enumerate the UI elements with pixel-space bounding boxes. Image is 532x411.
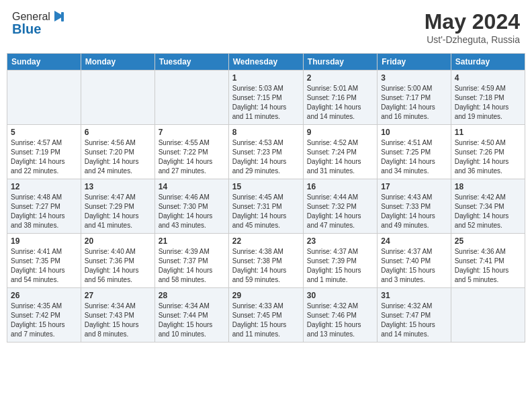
day-number: 7 — [159, 128, 225, 137]
day-content: Sunrise: 4:37 AM Sunset: 7:39 PM Dayligh… — [307, 247, 373, 285]
calendar-cell — [154, 71, 228, 125]
day-number: 4 — [455, 73, 521, 83]
calendar-cell: 22Sunrise: 4:38 AM Sunset: 7:38 PM Dayli… — [228, 234, 303, 288]
calendar-cell: 4Sunrise: 4:59 AM Sunset: 7:18 PM Daylig… — [451, 71, 525, 125]
col-header-wednesday: Wednesday — [228, 54, 303, 71]
calendar-cell: 11Sunrise: 4:50 AM Sunset: 7:26 PM Dayli… — [451, 125, 525, 179]
day-content: Sunrise: 4:51 AM Sunset: 7:25 PM Dayligh… — [381, 138, 447, 176]
calendar-cell: 13Sunrise: 4:47 AM Sunset: 7:29 PM Dayli… — [81, 179, 154, 234]
calendar-week-row: 19Sunrise: 4:41 AM Sunset: 7:35 PM Dayli… — [7, 234, 525, 288]
calendar-cell: 20Sunrise: 4:40 AM Sunset: 7:36 PM Dayli… — [81, 234, 154, 288]
calendar-cell: 9Sunrise: 4:52 AM Sunset: 7:24 PM Daylig… — [303, 125, 377, 179]
calendar-cell: 8Sunrise: 4:53 AM Sunset: 7:23 PM Daylig… — [228, 125, 303, 179]
day-content: Sunrise: 5:01 AM Sunset: 7:16 PM Dayligh… — [307, 84, 373, 122]
day-content: Sunrise: 4:50 AM Sunset: 7:26 PM Dayligh… — [455, 138, 521, 176]
day-content: Sunrise: 4:45 AM Sunset: 7:31 PM Dayligh… — [232, 193, 300, 230]
day-number: 22 — [232, 236, 300, 246]
day-content: Sunrise: 4:32 AM Sunset: 7:47 PM Dayligh… — [381, 302, 447, 339]
calendar-table: SundayMondayTuesdayWednesdayThursdayFrid… — [7, 53, 525, 342]
calendar-cell: 29Sunrise: 4:33 AM Sunset: 7:45 PM Dayli… — [228, 288, 303, 342]
day-content: Sunrise: 4:38 AM Sunset: 7:38 PM Dayligh… — [232, 247, 300, 285]
calendar-cell: 28Sunrise: 4:34 AM Sunset: 7:44 PM Dayli… — [154, 288, 228, 342]
day-number: 13 — [85, 182, 151, 191]
day-number: 10 — [381, 128, 447, 137]
col-header-thursday: Thursday — [303, 54, 377, 71]
day-number: 11 — [455, 128, 521, 137]
day-content: Sunrise: 4:34 AM Sunset: 7:44 PM Dayligh… — [159, 302, 225, 339]
col-header-sunday: Sunday — [7, 54, 81, 71]
calendar-cell: 25Sunrise: 4:36 AM Sunset: 7:41 PM Dayli… — [451, 234, 525, 288]
day-content: Sunrise: 4:32 AM Sunset: 7:46 PM Dayligh… — [307, 302, 373, 339]
calendar-cell: 14Sunrise: 4:46 AM Sunset: 7:30 PM Dayli… — [154, 179, 228, 234]
day-number: 6 — [85, 128, 151, 137]
col-header-monday: Monday — [81, 54, 154, 71]
calendar-cell: 12Sunrise: 4:48 AM Sunset: 7:27 PM Dayli… — [7, 179, 81, 234]
day-number: 29 — [232, 291, 300, 300]
calendar-cell: 6Sunrise: 4:56 AM Sunset: 7:20 PM Daylig… — [81, 125, 154, 179]
calendar-cell: 24Sunrise: 4:37 AM Sunset: 7:40 PM Dayli… — [378, 234, 451, 288]
calendar-cell: 15Sunrise: 4:45 AM Sunset: 7:31 PM Dayli… — [228, 179, 303, 234]
day-number: 12 — [11, 182, 77, 191]
calendar-cell: 19Sunrise: 4:41 AM Sunset: 7:35 PM Dayli… — [7, 234, 81, 288]
calendar-cell: 18Sunrise: 4:42 AM Sunset: 7:34 PM Dayli… — [451, 179, 525, 234]
calendar-cell: 30Sunrise: 4:32 AM Sunset: 7:46 PM Dayli… — [303, 288, 377, 342]
day-number: 1 — [232, 73, 300, 83]
calendar-header-row: SundayMondayTuesdayWednesdayThursdayFrid… — [7, 54, 525, 71]
day-content: Sunrise: 4:41 AM Sunset: 7:35 PM Dayligh… — [11, 247, 77, 285]
calendar-week-row: 26Sunrise: 4:35 AM Sunset: 7:42 PM Dayli… — [7, 288, 525, 342]
calendar-cell: 17Sunrise: 4:43 AM Sunset: 7:33 PM Dayli… — [378, 179, 451, 234]
page-header: General Blue May 2024 Ust'-Dzheguta, Rus… — [7, 7, 525, 48]
day-content: Sunrise: 4:59 AM Sunset: 7:18 PM Dayligh… — [455, 84, 521, 122]
calendar-cell: 3Sunrise: 5:00 AM Sunset: 7:17 PM Daylig… — [378, 71, 451, 125]
svg-rect-1 — [61, 12, 64, 21]
calendar-cell: 27Sunrise: 4:34 AM Sunset: 7:43 PM Dayli… — [81, 288, 154, 342]
calendar-week-row: 5Sunrise: 4:57 AM Sunset: 7:19 PM Daylig… — [7, 125, 525, 179]
day-number: 25 — [455, 236, 521, 246]
day-content: Sunrise: 4:42 AM Sunset: 7:34 PM Dayligh… — [455, 193, 521, 230]
calendar-cell: 21Sunrise: 4:39 AM Sunset: 7:37 PM Dayli… — [154, 234, 228, 288]
day-number: 27 — [85, 291, 151, 300]
day-number: 31 — [381, 291, 447, 300]
day-number: 23 — [307, 236, 373, 246]
day-number: 24 — [381, 236, 447, 246]
day-number: 26 — [11, 291, 77, 300]
day-content: Sunrise: 4:56 AM Sunset: 7:20 PM Dayligh… — [85, 138, 151, 176]
day-content: Sunrise: 4:44 AM Sunset: 7:32 PM Dayligh… — [307, 193, 373, 230]
calendar-cell: 16Sunrise: 4:44 AM Sunset: 7:32 PM Dayli… — [303, 179, 377, 234]
calendar-cell: 26Sunrise: 4:35 AM Sunset: 7:42 PM Dayli… — [7, 288, 81, 342]
col-header-tuesday: Tuesday — [154, 54, 228, 71]
day-number: 30 — [307, 291, 373, 300]
calendar-week-row: 12Sunrise: 4:48 AM Sunset: 7:27 PM Dayli… — [7, 179, 525, 234]
calendar-week-row: 1Sunrise: 5:03 AM Sunset: 7:15 PM Daylig… — [7, 71, 525, 125]
day-content: Sunrise: 4:57 AM Sunset: 7:19 PM Dayligh… — [11, 138, 77, 176]
calendar-cell: 7Sunrise: 4:55 AM Sunset: 7:22 PM Daylig… — [154, 125, 228, 179]
day-content: Sunrise: 4:47 AM Sunset: 7:29 PM Dayligh… — [85, 193, 151, 230]
calendar-cell: 31Sunrise: 4:32 AM Sunset: 7:47 PM Dayli… — [378, 288, 451, 342]
day-number: 5 — [11, 128, 77, 137]
day-number: 8 — [232, 128, 300, 137]
location: Ust'-Dzheguta, Russia — [425, 34, 520, 45]
day-content: Sunrise: 4:33 AM Sunset: 7:45 PM Dayligh… — [232, 302, 300, 339]
day-content: Sunrise: 4:39 AM Sunset: 7:37 PM Dayligh… — [159, 247, 225, 285]
day-content: Sunrise: 4:40 AM Sunset: 7:36 PM Dayligh… — [85, 247, 151, 285]
day-number: 15 — [232, 182, 300, 191]
logo: General Blue — [12, 9, 66, 37]
day-content: Sunrise: 4:34 AM Sunset: 7:43 PM Dayligh… — [85, 302, 151, 339]
day-number: 19 — [11, 236, 77, 246]
col-header-friday: Friday — [378, 54, 451, 71]
day-content: Sunrise: 4:43 AM Sunset: 7:33 PM Dayligh… — [381, 193, 447, 230]
logo-icon — [52, 9, 66, 24]
day-content: Sunrise: 4:53 AM Sunset: 7:23 PM Dayligh… — [232, 138, 300, 176]
day-content: Sunrise: 5:00 AM Sunset: 7:17 PM Dayligh… — [381, 84, 447, 122]
day-content: Sunrise: 4:35 AM Sunset: 7:42 PM Dayligh… — [11, 302, 77, 339]
calendar-cell: 23Sunrise: 4:37 AM Sunset: 7:39 PM Dayli… — [303, 234, 377, 288]
day-content: Sunrise: 5:03 AM Sunset: 7:15 PM Dayligh… — [232, 84, 300, 122]
day-number: 17 — [381, 182, 447, 191]
calendar-cell: 5Sunrise: 4:57 AM Sunset: 7:19 PM Daylig… — [7, 125, 81, 179]
day-content: Sunrise: 4:52 AM Sunset: 7:24 PM Dayligh… — [307, 138, 373, 176]
calendar-cell: 10Sunrise: 4:51 AM Sunset: 7:25 PM Dayli… — [378, 125, 451, 179]
calendar-cell — [7, 71, 81, 125]
calendar-cell — [451, 288, 525, 342]
col-header-saturday: Saturday — [451, 54, 525, 71]
day-number: 28 — [159, 291, 225, 300]
